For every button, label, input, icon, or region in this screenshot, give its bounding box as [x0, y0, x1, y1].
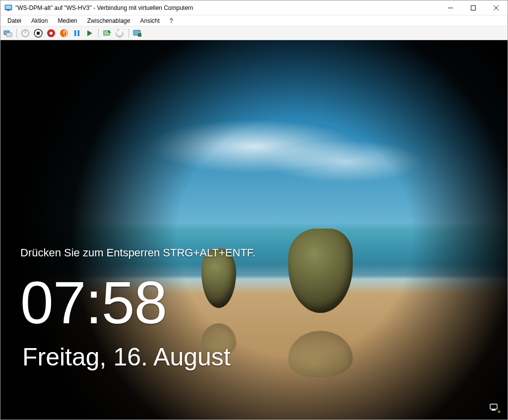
svg-rect-29	[499, 412, 499, 412]
toolbar-separator	[98, 29, 99, 38]
svg-rect-24	[138, 33, 141, 37]
svg-point-14	[50, 32, 53, 35]
menu-clipboard[interactable]: Zwischenablage	[82, 16, 135, 25]
lockscreen-unlock-hint: Drücken Sie zum Entsperren STRG+ALT+ENTF…	[20, 246, 255, 259]
svg-rect-28	[499, 411, 499, 412]
pause-button[interactable]	[71, 28, 82, 39]
save-button[interactable]	[59, 28, 69, 39]
toolbar-separator	[128, 29, 129, 38]
svg-marker-22	[108, 30, 111, 33]
guest-display[interactable]: Drücken Sie zum Entsperren STRG+ALT+ENTF…	[0, 40, 508, 420]
lockscreen-time: 07:58	[20, 271, 167, 334]
svg-rect-1	[5, 5, 11, 9]
svg-marker-20	[87, 30, 92, 36]
svg-rect-12	[37, 32, 40, 35]
menu-media[interactable]: Medien	[53, 16, 82, 25]
maximize-button[interactable]	[462, 0, 485, 15]
lockscreen-date: Freitag, 16. August	[22, 343, 231, 371]
enhanced-session-button[interactable]	[132, 28, 143, 39]
menubar: Datei Aktion Medien Zwischenablage Ansic…	[0, 15, 508, 26]
svg-rect-8	[6, 33, 12, 37]
svg-rect-25	[490, 404, 497, 409]
svg-rect-19	[78, 30, 80, 36]
shutdown-button[interactable]	[46, 28, 57, 39]
svg-rect-4	[471, 5, 476, 10]
checkpoint-button[interactable]	[102, 28, 113, 39]
revert-button[interactable]	[115, 28, 126, 39]
menu-action[interactable]: Aktion	[26, 16, 53, 25]
turnoff-button[interactable]	[33, 28, 44, 39]
svg-rect-26	[492, 410, 496, 411]
menu-view[interactable]: Ansicht	[135, 16, 164, 25]
window-controls	[439, 0, 508, 15]
menu-file[interactable]: Datei	[2, 16, 26, 25]
close-button[interactable]	[485, 0, 508, 15]
minimize-button[interactable]	[439, 0, 462, 15]
app-icon	[4, 4, 12, 12]
toolbar	[0, 26, 508, 40]
toolbar-separator	[16, 29, 17, 38]
vmconnect-window: "WS-DPM-alt" auf "WS-HV3" - Verbindung m…	[0, 0, 508, 420]
menu-help[interactable]: ?	[165, 16, 178, 25]
network-status-icon[interactable]	[490, 403, 501, 413]
start-button[interactable]	[20, 28, 31, 39]
lockscreen-overlay: Drücken Sie zum Entsperren STRG+ALT+ENTF…	[0, 40, 508, 420]
reset-button[interactable]	[84, 28, 95, 39]
titlebar: "WS-DPM-alt" auf "WS-HV3" - Verbindung m…	[0, 0, 508, 15]
ctrl-alt-del-button[interactable]	[2, 28, 13, 39]
window-title: "WS-DPM-alt" auf "WS-HV3" - Verbindung m…	[15, 4, 439, 11]
svg-rect-18	[74, 30, 76, 36]
svg-rect-2	[7, 10, 10, 11]
